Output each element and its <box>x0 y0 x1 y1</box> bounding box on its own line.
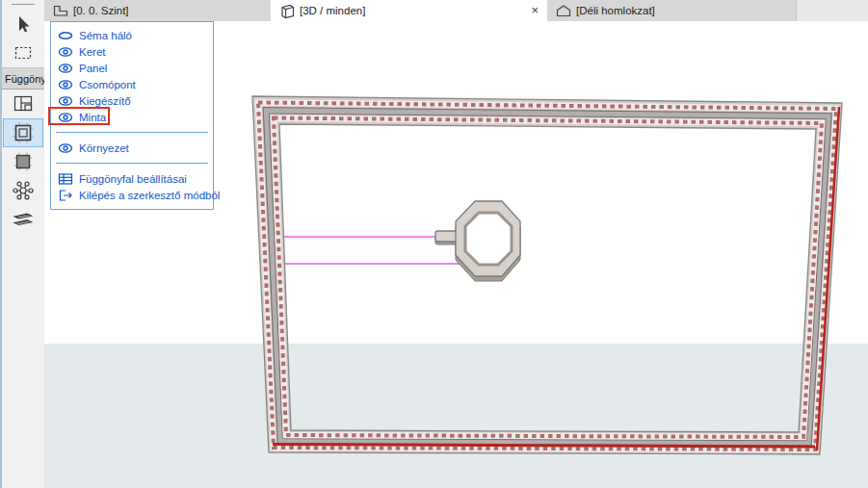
filled-panel-icon <box>12 150 35 173</box>
menu-item-scheme-grid[interactable]: Séma háló <box>51 27 213 43</box>
eye-icon <box>58 63 73 74</box>
panel-tool-button[interactable] <box>3 147 43 176</box>
toolbar-grip[interactable] <box>12 4 35 5</box>
story-icon <box>51 3 68 18</box>
menu-item-exit-edit-mode[interactable]: Kilépés a szerkesztő módból <box>51 187 213 203</box>
eye-icon <box>58 142 73 154</box>
menu-item-environment[interactable]: Környezet <box>51 140 213 156</box>
menu-item-label: Kiegészítő <box>79 95 131 107</box>
menu-item-panel[interactable]: Panel <box>51 60 213 76</box>
curtain-wall-toolbox: Függöny <box>0 0 44 488</box>
red-highlight-box <box>48 107 110 125</box>
tab-label: [0. 0. Szint] <box>73 5 129 16</box>
louver-icon <box>12 208 35 231</box>
view-tab-bar: [0. 0. Szint] [3D / minden] × [Déli homl… <box>44 0 868 21</box>
accessory-tool-button[interactable] <box>3 205 43 234</box>
marquee-tool-button[interactable] <box>3 39 43 67</box>
tab-label: [Déli homlokzat] <box>576 5 655 16</box>
exit-icon <box>58 189 73 202</box>
tab-3d-view[interactable]: [3D / minden] × <box>271 0 547 21</box>
marquee-icon <box>12 41 35 64</box>
frame-tool-button[interactable] <box>3 118 43 147</box>
scheme-grid-icon <box>12 92 35 116</box>
frame-icon <box>12 121 35 144</box>
tab-elevation-view[interactable]: [Déli homlokzat] <box>547 0 797 21</box>
floor-plane <box>44 344 868 488</box>
toolbox-section-label: Függöny <box>2 67 44 90</box>
octagon-sample[interactable] <box>435 201 520 281</box>
tab-bar-filler <box>797 0 868 21</box>
node-icon <box>12 179 35 202</box>
menu-separator <box>56 132 208 133</box>
menu-item-label: Csomópont <box>79 79 136 90</box>
menu-item-frame[interactable]: Keret <box>51 43 213 60</box>
menu-item-label: Keret <box>79 46 106 58</box>
menu-item-label: Függönyfal beállításai <box>79 173 187 185</box>
junction-tool-button[interactable] <box>3 176 43 205</box>
menu-item-label: Kilépés a szerkesztő módból <box>79 190 220 201</box>
eye-icon <box>58 46 73 58</box>
eye-icon <box>58 95 73 107</box>
3d-view-icon <box>277 2 295 19</box>
eye-closed-icon <box>58 30 73 41</box>
menu-item-label: Séma háló <box>79 30 132 41</box>
select-tool-button[interactable] <box>3 10 43 39</box>
menu-item-curtain-wall-settings[interactable]: Függönyfal beállításai <box>51 170 213 187</box>
menu-item-label: Panel <box>79 63 107 74</box>
menu-separator <box>56 163 208 164</box>
close-tab-icon[interactable]: × <box>529 1 540 20</box>
elevation-icon <box>554 3 571 18</box>
tab-story-view[interactable]: [0. 0. Szint] <box>44 0 271 21</box>
tab-label: [3D / minden] <box>300 5 365 16</box>
menu-item-label: Környezet <box>79 142 129 154</box>
settings-grid-icon <box>58 172 73 186</box>
eye-icon <box>58 79 73 90</box>
menu-item-junction[interactable]: Csomópont <box>51 76 213 92</box>
arrow-cursor-icon <box>12 13 35 36</box>
scheme-grid-tool-button[interactable] <box>3 90 43 118</box>
